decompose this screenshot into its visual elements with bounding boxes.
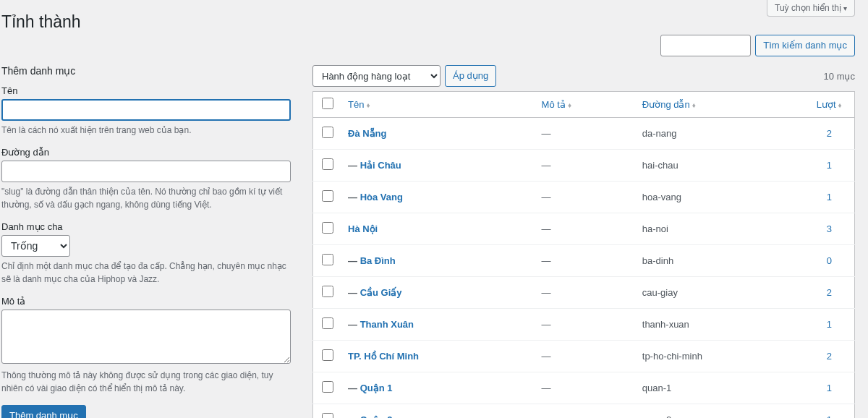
sort-icon: ♦ bbox=[366, 101, 370, 109]
row-slug: quan-2 bbox=[635, 404, 804, 419]
sort-icon: ♦ bbox=[692, 101, 696, 109]
term-link[interactable]: Quận 2 bbox=[360, 414, 393, 418]
parent-select[interactable]: Trống bbox=[1, 235, 70, 257]
row-slug: hai-chau bbox=[635, 150, 804, 182]
count-link[interactable]: 2 bbox=[827, 287, 832, 298]
row-checkbox[interactable] bbox=[322, 413, 333, 418]
row-prefix: — bbox=[348, 287, 360, 298]
row-checkbox[interactable] bbox=[322, 286, 333, 297]
desc-desc: Thông thường mô tả này không được sử dụn… bbox=[1, 369, 291, 395]
row-checkbox[interactable] bbox=[322, 254, 333, 265]
term-link[interactable]: Hải Châu bbox=[360, 160, 401, 171]
table-row: — Quận 1—quan-11 bbox=[313, 372, 855, 404]
search-input[interactable] bbox=[660, 35, 751, 56]
col-count[interactable]: Lượt♦ bbox=[804, 92, 855, 118]
screen-options-button[interactable]: Tuỳ chọn hiển thị bbox=[767, 0, 855, 17]
row-slug: thanh-xuan bbox=[635, 309, 804, 341]
term-link[interactable]: Hà Nội bbox=[348, 223, 378, 234]
term-link[interactable]: Quận 1 bbox=[360, 383, 393, 393]
name-input[interactable] bbox=[1, 99, 291, 121]
count-link[interactable]: 1 bbox=[827, 414, 832, 418]
term-link[interactable]: Cầu Giấy bbox=[360, 287, 402, 298]
table-row: — Hải Châu—hai-chau1 bbox=[313, 150, 855, 182]
row-checkbox[interactable] bbox=[322, 317, 333, 329]
count-link[interactable]: 2 bbox=[827, 128, 832, 139]
row-prefix: — bbox=[348, 160, 360, 171]
count-link[interactable]: 1 bbox=[827, 383, 832, 393]
row-slug: hoa-vang bbox=[635, 182, 804, 213]
row-prefix: — bbox=[348, 255, 360, 266]
desc-textarea[interactable] bbox=[1, 310, 291, 364]
row-desc: — bbox=[535, 309, 635, 341]
sort-icon: ♦ bbox=[568, 101, 571, 109]
row-desc: — bbox=[535, 404, 635, 419]
table-row: Đà Nẵng—da-nang2 bbox=[313, 118, 855, 150]
name-desc: Tên là cách nó xuất hiện trên trang web … bbox=[1, 124, 291, 137]
col-name[interactable]: Tên♦ bbox=[341, 92, 535, 118]
term-link[interactable]: Thanh Xuân bbox=[360, 319, 414, 330]
row-slug: ba-dinh bbox=[635, 245, 804, 277]
bulk-action-select-top[interactable]: Hành động hàng loạt bbox=[312, 65, 441, 87]
row-slug: quan-1 bbox=[635, 372, 804, 404]
row-prefix: — bbox=[348, 414, 360, 418]
table-row: TP. Hồ Chí Minh—tp-ho-chi-minh2 bbox=[313, 341, 855, 372]
desc-label: Mô tả bbox=[1, 296, 291, 307]
row-checkbox[interactable] bbox=[322, 190, 333, 202]
table-row: — Thanh Xuân—thanh-xuan1 bbox=[313, 309, 855, 341]
count-link[interactable]: 0 bbox=[827, 255, 832, 266]
row-prefix: — bbox=[348, 383, 360, 393]
form-title: Thêm danh mục bbox=[1, 65, 291, 77]
table-row: — Ba Đình—ba-dinh0 bbox=[313, 245, 855, 277]
count-link[interactable]: 1 bbox=[827, 192, 832, 202]
row-prefix: — bbox=[348, 319, 360, 330]
row-slug: tp-ho-chi-minh bbox=[635, 341, 804, 372]
select-all-top[interactable] bbox=[322, 98, 333, 109]
term-link[interactable]: TP. Hồ Chí Minh bbox=[348, 351, 419, 362]
term-link[interactable]: Đà Nẵng bbox=[348, 128, 387, 139]
item-count-top: 10 mục bbox=[824, 71, 855, 82]
row-desc: — bbox=[535, 213, 635, 245]
row-desc: — bbox=[535, 245, 635, 277]
slug-input[interactable] bbox=[1, 161, 291, 182]
row-checkbox[interactable] bbox=[322, 158, 333, 170]
bulk-apply-top[interactable]: Áp dụng bbox=[445, 65, 496, 87]
table-row: — Quận 2—quan-21 bbox=[313, 404, 855, 419]
term-link[interactable]: Ba Đình bbox=[360, 255, 396, 266]
count-link[interactable]: 3 bbox=[827, 223, 832, 234]
term-link[interactable]: Hòa Vang bbox=[360, 192, 403, 202]
row-prefix: — bbox=[348, 192, 360, 202]
row-desc: — bbox=[535, 341, 635, 372]
parent-desc: Chỉ định một danh mục cha để tạo đa cấp.… bbox=[1, 260, 291, 286]
row-desc: — bbox=[535, 150, 635, 182]
row-desc: — bbox=[535, 372, 635, 404]
col-slug[interactable]: Đường dẫn♦ bbox=[635, 92, 804, 118]
row-checkbox[interactable] bbox=[322, 222, 333, 234]
count-link[interactable]: 2 bbox=[827, 351, 832, 362]
slug-desc: "slug" là đường dẫn thân thiện của tên. … bbox=[1, 185, 291, 211]
row-checkbox[interactable] bbox=[322, 349, 333, 361]
row-checkbox[interactable] bbox=[322, 381, 333, 393]
row-desc: — bbox=[535, 277, 635, 309]
row-slug: cau-giay bbox=[635, 277, 804, 309]
slug-label: Đường dẫn bbox=[1, 147, 291, 158]
parent-label: Danh mục cha bbox=[1, 221, 291, 232]
search-button[interactable]: Tìm kiếm danh mục bbox=[755, 35, 855, 56]
table-row: — Cầu Giấy—cau-giay2 bbox=[313, 277, 855, 309]
count-link[interactable]: 1 bbox=[827, 319, 832, 330]
row-slug: ha-noi bbox=[635, 213, 804, 245]
col-description[interactable]: Mô tả♦ bbox=[535, 92, 635, 118]
terms-table: Tên♦ Mô tả♦ Đường dẫn♦ Lượt♦ Đà Nẵng—da-… bbox=[312, 91, 855, 418]
table-row: Hà Nội—ha-noi3 bbox=[313, 213, 855, 245]
row-checkbox[interactable] bbox=[322, 127, 333, 138]
name-label: Tên bbox=[1, 85, 291, 96]
row-slug: da-nang bbox=[635, 118, 804, 150]
sort-icon: ♦ bbox=[838, 101, 842, 109]
table-row: — Hòa Vang—hoa-vang1 bbox=[313, 182, 855, 213]
count-link[interactable]: 1 bbox=[827, 160, 832, 171]
row-desc: — bbox=[535, 182, 635, 213]
row-desc: — bbox=[535, 118, 635, 150]
page-title: Tỉnh thành bbox=[1, 6, 855, 35]
submit-button[interactable]: Thêm danh mục bbox=[1, 405, 86, 418]
